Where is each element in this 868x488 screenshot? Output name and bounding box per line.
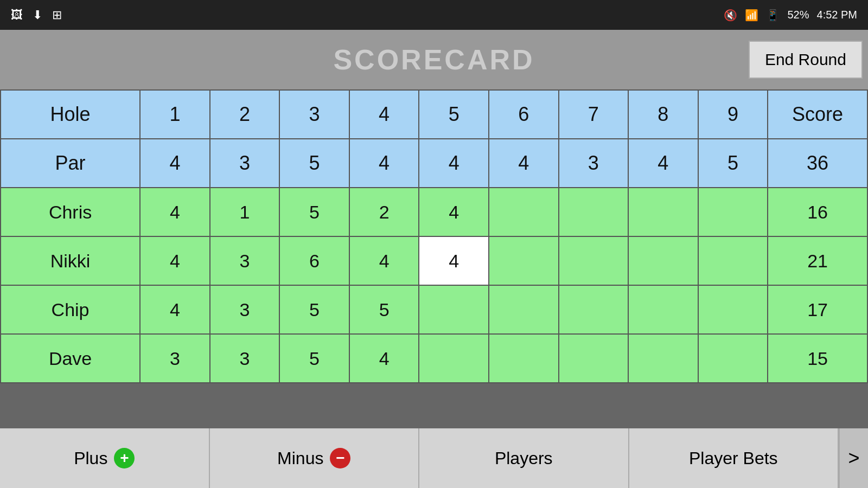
table-row: Dave 3 3 5 4 15 bbox=[1, 334, 867, 383]
chris-h1[interactable]: 4 bbox=[140, 188, 210, 236]
player-name-nikki: Nikki bbox=[1, 236, 140, 285]
nikki-h4[interactable]: 4 bbox=[349, 236, 419, 285]
hole-5: 5 bbox=[419, 90, 489, 139]
chip-h2[interactable]: 3 bbox=[210, 285, 280, 334]
dave-h8[interactable] bbox=[628, 334, 698, 383]
chip-h3[interactable]: 5 bbox=[279, 285, 349, 334]
players-label: Players bbox=[495, 448, 553, 468]
hole-row: Hole 1 2 3 4 5 6 7 8 9 Score bbox=[1, 90, 867, 139]
table-row: Chris 4 1 5 2 4 16 bbox=[1, 188, 867, 236]
hole-1: 1 bbox=[140, 90, 210, 139]
par-2: 3 bbox=[210, 139, 280, 188]
arrow-button[interactable]: > bbox=[839, 428, 868, 488]
chris-h9[interactable] bbox=[698, 188, 768, 236]
nikki-h7[interactable] bbox=[559, 236, 629, 285]
grid-icon: ⊞ bbox=[52, 8, 62, 22]
status-bar: 🖼 ⬇ ⊞ 🔇 📶 📱 52% 4:52 PM bbox=[0, 0, 868, 30]
bottom-bar: Plus + Minus − Players Player Bets > bbox=[0, 428, 868, 488]
chris-h6[interactable] bbox=[489, 188, 559, 236]
chip-h4[interactable]: 5 bbox=[349, 285, 419, 334]
minus-icon: − bbox=[330, 448, 350, 468]
chris-h3[interactable]: 5 bbox=[279, 188, 349, 236]
nikki-h5[interactable]: 4 bbox=[419, 236, 489, 285]
image-icon: 🖼 bbox=[11, 8, 23, 22]
table-row: Chip 4 3 5 5 17 bbox=[1, 285, 867, 334]
hole-4: 4 bbox=[349, 90, 419, 139]
par-9: 5 bbox=[698, 139, 768, 188]
download-icon: ⬇ bbox=[33, 8, 42, 22]
player-bets-button[interactable]: Player Bets bbox=[629, 428, 839, 488]
chip-h5[interactable] bbox=[419, 285, 489, 334]
scorecard-title: SCORECARD bbox=[333, 43, 534, 76]
par-6: 4 bbox=[489, 139, 559, 188]
hole-8: 8 bbox=[628, 90, 698, 139]
scorecard-area: Hole 1 2 3 4 5 6 7 8 9 Score Par 4 3 5 4… bbox=[0, 89, 868, 428]
nikki-h1[interactable]: 4 bbox=[140, 236, 210, 285]
chris-total: 16 bbox=[768, 188, 867, 236]
table-row: Nikki 4 3 6 4 4 21 bbox=[1, 236, 867, 285]
chip-h8[interactable] bbox=[628, 285, 698, 334]
player-name-chip: Chip bbox=[1, 285, 140, 334]
end-round-button[interactable]: End Round bbox=[749, 41, 863, 79]
par-7: 3 bbox=[559, 139, 629, 188]
plus-button[interactable]: Plus + bbox=[0, 428, 210, 488]
nikki-total: 21 bbox=[768, 236, 867, 285]
player-name-chris: Chris bbox=[1, 188, 140, 236]
score-header: Score bbox=[768, 90, 867, 139]
player-bets-label: Player Bets bbox=[689, 448, 778, 468]
dave-h4[interactable]: 4 bbox=[349, 334, 419, 383]
plus-label: Plus bbox=[74, 448, 107, 468]
dave-total: 15 bbox=[768, 334, 867, 383]
hole-label: Hole bbox=[1, 90, 140, 139]
par-3: 5 bbox=[279, 139, 349, 188]
header: SCORECARD End Round bbox=[0, 30, 868, 89]
hole-6: 6 bbox=[489, 90, 559, 139]
status-left-icons: 🖼 ⬇ ⊞ bbox=[11, 8, 62, 22]
dave-h9[interactable] bbox=[698, 334, 768, 383]
chris-h4[interactable]: 2 bbox=[349, 188, 419, 236]
par-1: 4 bbox=[140, 139, 210, 188]
battery-percent: 52% bbox=[787, 9, 809, 21]
hole-3: 3 bbox=[279, 90, 349, 139]
nikki-h3[interactable]: 6 bbox=[279, 236, 349, 285]
hole-7: 7 bbox=[559, 90, 629, 139]
dave-h1[interactable]: 3 bbox=[140, 334, 210, 383]
status-right-icons: 🔇 📶 📱 52% 4:52 PM bbox=[724, 9, 857, 22]
chip-h1[interactable]: 4 bbox=[140, 285, 210, 334]
chris-h5[interactable]: 4 bbox=[419, 188, 489, 236]
minus-button[interactable]: Minus − bbox=[210, 428, 420, 488]
chip-h7[interactable] bbox=[559, 285, 629, 334]
chris-h2[interactable]: 1 bbox=[210, 188, 280, 236]
players-button[interactable]: Players bbox=[419, 428, 629, 488]
player-name-dave: Dave bbox=[1, 334, 140, 383]
dave-h2[interactable]: 3 bbox=[210, 334, 280, 383]
minus-label: Minus bbox=[277, 448, 323, 468]
dave-h3[interactable]: 5 bbox=[279, 334, 349, 383]
dave-h6[interactable] bbox=[489, 334, 559, 383]
chris-h8[interactable] bbox=[628, 188, 698, 236]
time-display: 4:52 PM bbox=[817, 9, 857, 21]
scorecard-table: Hole 1 2 3 4 5 6 7 8 9 Score Par 4 3 5 4… bbox=[0, 89, 868, 383]
par-4: 4 bbox=[349, 139, 419, 188]
chip-h6[interactable] bbox=[489, 285, 559, 334]
par-label: Par bbox=[1, 139, 140, 188]
par-row: Par 4 3 5 4 4 4 3 4 5 36 bbox=[1, 139, 867, 188]
par-5: 4 bbox=[419, 139, 489, 188]
mute-icon: 🔇 bbox=[724, 9, 737, 22]
chip-h9[interactable] bbox=[698, 285, 768, 334]
nikki-h8[interactable] bbox=[628, 236, 698, 285]
nikki-h2[interactable]: 3 bbox=[210, 236, 280, 285]
dave-h7[interactable] bbox=[559, 334, 629, 383]
nikki-h6[interactable] bbox=[489, 236, 559, 285]
nikki-h9[interactable] bbox=[698, 236, 768, 285]
par-8: 4 bbox=[628, 139, 698, 188]
plus-icon: + bbox=[114, 448, 135, 468]
chip-total: 17 bbox=[768, 285, 867, 334]
chris-h7[interactable] bbox=[559, 188, 629, 236]
hole-9: 9 bbox=[698, 90, 768, 139]
wifi-icon: 📶 bbox=[745, 9, 758, 22]
par-total: 36 bbox=[768, 139, 867, 188]
hole-2: 2 bbox=[210, 90, 280, 139]
signal-icon: 📱 bbox=[766, 9, 780, 22]
dave-h5[interactable] bbox=[419, 334, 489, 383]
